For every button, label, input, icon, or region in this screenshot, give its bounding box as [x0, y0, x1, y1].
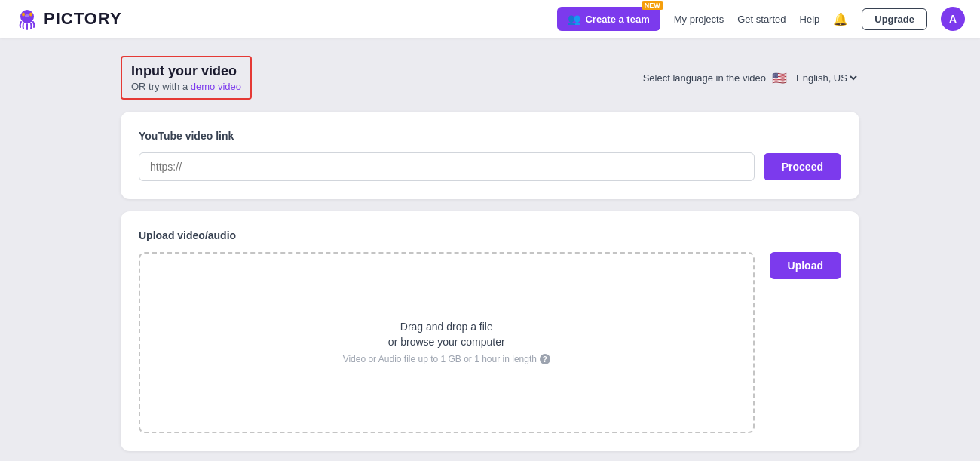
svg-point-1 — [22, 13, 25, 17]
dropzone-line1: Drag and drop a file — [400, 321, 493, 333]
dropzone-hint-text: Video or Audio file up to 1 GB or 1 hour… — [343, 354, 537, 364]
get-started-link[interactable]: Get started — [737, 14, 786, 25]
proceed-button[interactable]: Proceed — [764, 153, 841, 180]
logo-text: PICTORY — [44, 9, 122, 29]
language-selector: Select language in the video 🇺🇸 English,… — [643, 71, 859, 85]
upload-button[interactable]: Upload — [770, 252, 841, 279]
create-team-label: Create a team — [585, 14, 649, 25]
logo-icon — [15, 7, 39, 31]
main-content: Input your video OR try with a demo vide… — [0, 38, 980, 461]
input-video-title: Input your video — [131, 63, 241, 79]
try-demo-text: OR try with a demo video — [131, 81, 241, 92]
flag-icon: 🇺🇸 — [772, 71, 787, 85]
bell-icon[interactable]: 🔔 — [833, 12, 848, 26]
dropzone-line2: or browse your computer — [388, 336, 505, 348]
try-with-label: OR try with a — [131, 81, 188, 92]
dropzone[interactable]: Drag and drop a file or browse your comp… — [139, 252, 755, 433]
navbar: PICTORY 👥 Create a team NEW My projects … — [0, 0, 980, 38]
youtube-url-input[interactable] — [139, 152, 755, 181]
help-link[interactable]: Help — [800, 14, 820, 25]
navbar-left: PICTORY — [15, 7, 122, 31]
svg-point-2 — [29, 13, 32, 17]
upload-card: Upload video/audio Drag and drop a file … — [121, 211, 859, 451]
dropzone-hint: Video or Audio file up to 1 GB or 1 hour… — [343, 354, 550, 364]
svg-point-3 — [25, 14, 29, 17]
language-select[interactable]: English, US — [793, 72, 859, 85]
upload-btn-container: Upload — [770, 252, 841, 279]
input-video-title-box: Input your video OR try with a demo vide… — [121, 56, 252, 100]
new-badge: NEW — [642, 1, 663, 10]
create-team-button[interactable]: 👥 Create a team NEW — [557, 7, 660, 31]
navbar-right: 👥 Create a team NEW My projects Get star… — [557, 7, 965, 31]
youtube-input-row: Proceed — [139, 152, 841, 181]
users-icon: 👥 — [568, 13, 580, 25]
youtube-card: YouTube video link Proceed — [121, 112, 859, 199]
upgrade-button[interactable]: Upgrade — [862, 8, 927, 30]
avatar[interactable]: A — [941, 7, 965, 31]
youtube-section-title: YouTube video link — [139, 130, 841, 142]
upload-row: Drag and drop a file or browse your comp… — [139, 252, 841, 433]
demo-video-link[interactable]: demo video — [191, 81, 241, 92]
question-icon[interactable]: ? — [540, 354, 550, 364]
my-projects-link[interactable]: My projects — [674, 14, 724, 25]
input-video-header: Input your video OR try with a demo vide… — [121, 56, 859, 100]
language-selector-label: Select language in the video — [643, 72, 766, 84]
upload-section-title: Upload video/audio — [139, 229, 841, 241]
